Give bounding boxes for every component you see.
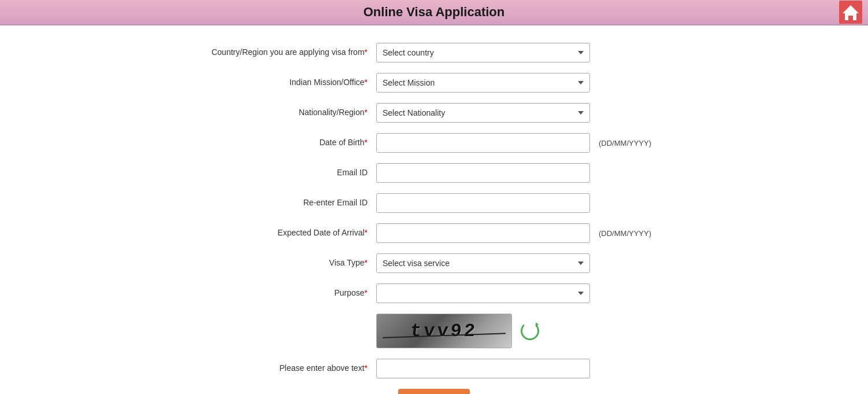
email-row: Email ID xyxy=(168,163,700,183)
nationality-select[interactable]: Select Nationality xyxy=(376,103,590,123)
mission-row: Indian Mission/Office* Select Mission xyxy=(168,73,700,93)
arrival-date-hint: (DD/MM/YYYY) xyxy=(599,229,651,238)
required-star-6: * xyxy=(365,258,368,267)
nationality-label: Nationality/Region* xyxy=(168,107,376,119)
header-bar: Online Visa Application xyxy=(0,0,868,25)
nationality-field: Select Nationality xyxy=(376,103,590,123)
captcha-input[interactable] xyxy=(376,359,590,378)
arrival-date-row: Expected Date of Arrival* (DD/MM/YYYY) xyxy=(168,223,700,243)
captcha-image: tvv92 xyxy=(376,314,512,348)
required-star: * xyxy=(365,47,368,57)
dob-input[interactable] xyxy=(376,133,590,153)
dob-row: Date of Birth* (DD/MM/YYYY) xyxy=(168,133,700,153)
captcha-display-text: tvv92 xyxy=(410,321,478,342)
reenter-email-input[interactable] xyxy=(376,193,590,213)
nationality-row: Nationality/Region* Select Nationality xyxy=(168,103,700,123)
visa-type-row: Visa Type* Select visa service xyxy=(168,253,700,273)
mission-select[interactable]: Select Mission xyxy=(376,73,590,93)
visa-type-label: Visa Type* xyxy=(168,257,376,269)
captcha-refresh-icon[interactable] xyxy=(521,322,539,340)
mission-label: Indian Mission/Office* xyxy=(168,77,376,89)
required-star-3: * xyxy=(365,108,368,117)
captcha-input-label: Please enter above text* xyxy=(168,363,376,374)
continue-button[interactable]: Continue xyxy=(398,389,470,394)
reenter-email-label: Re-enter Email ID xyxy=(168,197,376,209)
reenter-email-row: Re-enter Email ID xyxy=(168,193,700,213)
header-title: Online Visa Application xyxy=(363,5,505,19)
email-label: Email ID xyxy=(168,167,376,179)
purpose-select[interactable] xyxy=(376,283,590,303)
home-icon[interactable] xyxy=(839,1,862,24)
country-region-label: Country/Region you are applying visa fro… xyxy=(168,47,376,58)
country-region-select[interactable]: Select country xyxy=(376,43,590,62)
email-input[interactable] xyxy=(376,163,590,183)
visa-type-select[interactable]: Select visa service xyxy=(376,253,590,273)
captcha-input-row: Please enter above text* xyxy=(168,359,700,378)
required-star-7: * xyxy=(365,288,368,297)
dob-hint: (DD/MM/YYYY) xyxy=(599,139,651,148)
continue-row: Continue xyxy=(168,389,700,394)
email-field xyxy=(376,163,590,183)
dob-field xyxy=(376,133,590,153)
main-content: Country/Region you are applying visa fro… xyxy=(0,25,868,394)
arrival-date-label: Expected Date of Arrival* xyxy=(168,227,376,239)
captcha-input-field xyxy=(376,359,590,378)
country-region-field: Select country xyxy=(376,43,590,62)
visa-type-field: Select visa service xyxy=(376,253,590,273)
required-star-2: * xyxy=(365,78,368,87)
captcha-image-row: tvv92 xyxy=(168,314,700,348)
required-star-4: * xyxy=(365,138,368,147)
captcha-area: tvv92 xyxy=(376,314,539,348)
form-container: Country/Region you are applying visa fro… xyxy=(157,43,711,394)
arrival-date-input[interactable] xyxy=(376,223,590,243)
required-star-5: * xyxy=(365,228,368,237)
page-wrapper: Online Visa Application Country/Region y… xyxy=(0,0,868,394)
purpose-label: Purpose* xyxy=(168,288,376,299)
purpose-field xyxy=(376,283,590,303)
dob-label: Date of Birth* xyxy=(168,137,376,149)
required-star-8: * xyxy=(365,363,368,373)
country-region-row: Country/Region you are applying visa fro… xyxy=(168,43,700,62)
reenter-email-field xyxy=(376,193,590,213)
mission-field: Select Mission xyxy=(376,73,590,93)
arrival-date-field xyxy=(376,223,590,243)
purpose-row: Purpose* xyxy=(168,283,700,303)
